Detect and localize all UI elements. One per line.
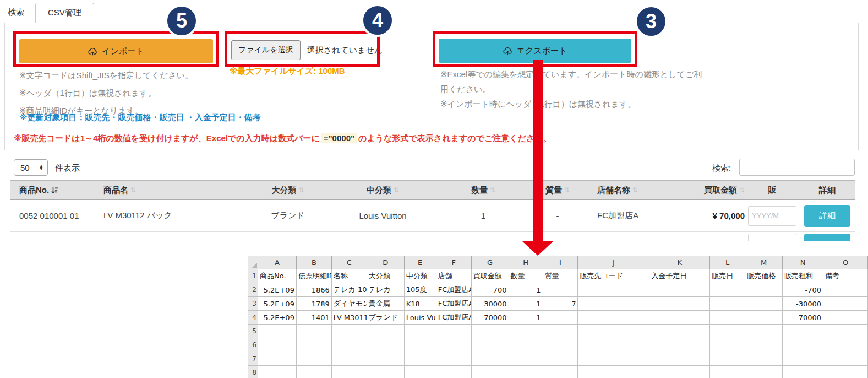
excel-cell[interactable] [745,352,783,366]
excel-cell[interactable]: 1866 [297,283,332,297]
excel-cell[interactable]: 商品No. [258,269,297,283]
excel-cell[interactable] [367,366,405,378]
column-header-8[interactable]: 買取金額⇅ [698,181,745,199]
excel-cell[interactable] [332,338,367,352]
excel-cell[interactable] [367,325,405,338]
excel-cell[interactable] [578,366,649,378]
excel-row-header-8[interactable]: 8 [248,366,258,378]
column-header-10[interactable]: 詳細 [800,181,855,199]
excel-cell[interactable] [543,352,578,366]
excel-cell[interactable] [578,325,649,338]
excel-cell[interactable] [745,325,783,338]
detail-button[interactable]: 詳細 [804,205,850,227]
excel-column-header-F[interactable]: F [436,256,472,269]
excel-cell[interactable] [649,325,710,338]
excel-cell[interactable] [823,366,868,378]
sales-date-input[interactable] [748,234,796,241]
excel-column-header-A[interactable]: A [258,256,297,269]
excel-cell[interactable] [543,283,578,297]
excel-cell[interactable]: 数量 [509,269,543,283]
excel-cell[interactable] [472,352,509,366]
excel-cell[interactable] [436,366,472,378]
excel-column-header-E[interactable]: E [405,256,436,269]
excel-cell[interactable]: テレカ 100 [332,283,367,297]
excel-cell[interactable] [783,352,823,366]
excel-cell[interactable] [783,366,823,378]
excel-cell[interactable] [745,297,783,311]
excel-cell[interactable] [509,366,543,378]
excel-cell[interactable] [745,311,783,325]
excel-cell[interactable]: -700 [783,283,823,297]
excel-cell[interactable] [332,325,367,338]
excel-cell[interactable]: 5.2E+09 [258,297,297,311]
excel-column-header-G[interactable]: G [472,256,509,269]
excel-cell[interactable] [823,297,868,311]
excel-cell[interactable] [297,366,332,378]
excel-cell[interactable]: 販売価格 [745,269,783,283]
excel-column-header-K[interactable]: K [649,256,710,269]
excel-cell[interactable] [649,338,710,352]
excel-cell[interactable]: 販売先コード [578,269,649,283]
excel-cell[interactable]: 店舗 [436,269,472,283]
excel-cell[interactable] [823,352,868,366]
excel-cell[interactable]: 大分類 [367,269,405,283]
excel-cell[interactable] [710,283,745,297]
column-header-7[interactable]: 店舗名称⇅ [580,181,698,199]
excel-cell[interactable]: -30000 [783,297,823,311]
excel-cell[interactable] [258,352,297,366]
excel-cell[interactable] [258,338,297,352]
excel-cell[interactable]: 1 [509,311,543,325]
excel-row-header-4[interactable]: 4 [248,311,258,325]
excel-cell[interactable]: 700 [472,283,509,297]
excel-cell[interactable] [710,325,745,338]
excel-cell[interactable]: 販売粗利 [783,269,823,283]
excel-cell[interactable]: LV M30112 [332,311,367,325]
excel-cell[interactable] [823,283,868,297]
excel-column-header-L[interactable]: L [710,256,745,269]
excel-cell[interactable] [745,283,783,297]
excel-cell[interactable] [297,338,332,352]
excel-cell[interactable] [258,325,297,338]
excel-cell[interactable] [332,366,367,378]
page-size-select[interactable]: 50 ▲▼ [14,159,48,176]
excel-cell[interactable]: 5.2E+09 [258,283,297,297]
excel-cell[interactable] [745,366,783,378]
excel-column-header-M[interactable]: M [745,256,783,269]
excel-cell[interactable] [710,338,745,352]
excel-cell[interactable]: 30000 [472,297,509,311]
excel-cell[interactable] [509,352,543,366]
excel-cell[interactable] [436,325,472,338]
excel-cell[interactable] [509,338,543,352]
excel-cell[interactable]: K18 [405,297,436,311]
excel-cell[interactable] [436,338,472,352]
excel-cell[interactable]: 入金予定日 [649,269,710,283]
excel-cell[interactable] [578,283,649,297]
excel-cell[interactable] [543,338,578,352]
excel-cell[interactable]: 1789 [297,297,332,311]
excel-cell[interactable] [405,366,436,378]
excel-cell[interactable]: 70000 [472,311,509,325]
excel-cell[interactable]: FC加盟店A [436,283,472,297]
import-button[interactable]: インポート [19,39,213,63]
excel-cell[interactable]: Louis Vuitton [405,311,436,325]
excel-cell[interactable]: 名称 [332,269,367,283]
excel-cell[interactable]: 質量 [543,269,578,283]
excel-cell[interactable] [783,338,823,352]
excel-cell[interactable] [543,311,578,325]
excel-cell[interactable]: 備考 [823,269,868,283]
excel-column-header-I[interactable]: I [543,256,578,269]
excel-cell[interactable]: 105度 [405,283,436,297]
choose-file-button[interactable]: ファイルを選択 [231,40,301,60]
column-header-4[interactable]: 中分類⇅ [335,181,431,199]
column-header-2[interactable]: 商品名⇅ [103,181,241,199]
excel-cell[interactable] [710,297,745,311]
excel-cell[interactable] [297,325,332,338]
column-header-9[interactable]: 販 [745,181,800,199]
excel-cell[interactable]: 伝票明細ID [297,269,332,283]
excel-column-header-J[interactable]: J [578,256,649,269]
excel-column-header-N[interactable]: N [783,256,823,269]
column-header-1[interactable]: 商品No. [10,181,103,199]
excel-row-header-3[interactable]: 3 [248,297,258,311]
excel-cell[interactable]: ブランド [367,311,405,325]
excel-cell[interactable] [578,311,649,325]
